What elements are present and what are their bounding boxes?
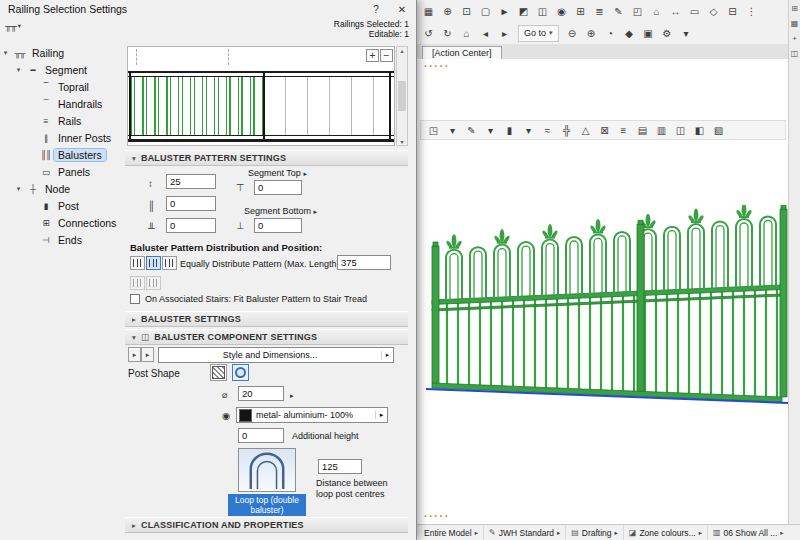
section-baluster-component-settings[interactable]: ▾ ◫ BALUSTER COMPONENT SETTINGS: [125, 329, 408, 345]
pen-dropdown-icon[interactable]: ▾: [482, 122, 499, 138]
additional-height-field[interactable]: [238, 428, 284, 443]
tree-item-toprail[interactable]: ‾‾ Toprail: [26, 78, 124, 95]
baluster-type-thumbnail[interactable]: [238, 448, 296, 492]
3d-style-icon[interactable]: ◇: [705, 3, 722, 19]
shade-icon[interactable]: ◧: [691, 122, 708, 138]
section-baluster-settings[interactable]: ▸ BALUSTER SETTINGS: [125, 311, 408, 327]
triangle-icon[interactable]: △: [577, 122, 594, 138]
distribution-option-1[interactable]: [130, 256, 145, 270]
align-icon[interactable]: ≡: [615, 122, 632, 138]
tree-item-inner-posts[interactable]: ∥ Inner Posts: [26, 129, 124, 146]
label-icon[interactable]: ▭: [686, 3, 703, 19]
redo-icon[interactable]: ↻: [439, 25, 456, 41]
detail-icon[interactable]: ▥: [653, 122, 670, 138]
sheet-icon[interactable]: ▤: [634, 122, 651, 138]
preview-scrollbar[interactable]: ▴ ▾: [396, 46, 408, 146]
segment-top-label[interactable]: Segment Top ▸: [248, 168, 307, 178]
diameter-menu-arrow[interactable]: ▸: [290, 389, 294, 400]
panel-add-icon[interactable]: +: [792, 34, 797, 43]
scroll-down-icon[interactable]: ▾: [400, 138, 403, 145]
loop-distance-field[interactable]: [318, 459, 362, 474]
dialog-title-bar[interactable]: Railing Selection Settings: [0, 0, 416, 18]
arrow-tool-icon[interactable]: ►: [496, 3, 513, 19]
go-to-dropdown[interactable]: Go to ▾: [518, 25, 559, 42]
wave-icon[interactable]: ≈: [539, 122, 556, 138]
model-views-icon[interactable]: ▦: [420, 3, 437, 19]
baluster-type-label[interactable]: Loop top (double baluster): [228, 494, 306, 516]
hatch-icon[interactable]: ╬: [558, 122, 575, 138]
next-view-icon[interactable]: ▸: [496, 25, 513, 41]
page-previous-button[interactable]: ▸: [128, 347, 141, 362]
walk-mode-icon[interactable]: ◆: [621, 25, 638, 41]
panel-grid-icon[interactable]: ⊞: [791, 4, 798, 13]
undo-icon[interactable]: ↺: [420, 25, 437, 41]
baluster-offset-field[interactable]: [166, 196, 216, 211]
camera-icon[interactable]: ◉: [553, 3, 570, 19]
tree-item-balusters[interactable]: ║║ Balusters: [26, 146, 124, 163]
post-shape-circle-button[interactable]: [232, 364, 249, 381]
section-baluster-pattern-settings[interactable]: ▾ BALUSTER PATTERN SETTINGS: [125, 150, 408, 166]
scrollbar-thumb[interactable]: [398, 81, 406, 111]
status-layer-combination[interactable]: ▤ Drafting ▸: [565, 525, 623, 540]
status-layout-book[interactable]: ▥ 06 Show All ... ▸: [707, 525, 789, 540]
diameter-field[interactable]: [238, 386, 284, 401]
window-tool-icon[interactable]: ◫: [672, 122, 689, 138]
tree-item-handrails[interactable]: ⌒ Handrails: [26, 95, 124, 112]
status-model-view-options[interactable]: ◪ Zone colours... ▸: [623, 525, 707, 540]
segment-bottom-label[interactable]: Segment Bottom ▸: [244, 206, 317, 216]
marquee-icon[interactable]: ▢: [477, 3, 494, 19]
previous-view-icon[interactable]: ◂: [477, 25, 494, 41]
tree-expand-arrow[interactable]: ▾: [0, 49, 11, 57]
tab-action-center[interactable]: [Action Center]: [422, 46, 502, 59]
tree-item-segment[interactable]: ▾ ━ Segment: [13, 61, 124, 78]
help-button[interactable]: ?: [364, 0, 388, 18]
tree-expand-arrow[interactable]: ▾: [13, 185, 24, 193]
status-entire-model[interactable]: Entire Model ▸: [416, 525, 483, 540]
distribution-option-3[interactable]: [162, 256, 177, 270]
segment-top-field[interactable]: [254, 180, 302, 195]
layers-icon[interactable]: ≣: [591, 3, 608, 19]
zoom-in-icon[interactable]: ⊕: [583, 25, 600, 41]
distribution-option-5[interactable]: [146, 276, 161, 290]
scroll-up-icon[interactable]: ▴: [400, 47, 403, 54]
favorites-button[interactable]: ╥╥ ▾: [5, 21, 21, 31]
panel-views-icon[interactable]: ▦: [791, 19, 799, 28]
zoom-icon[interactable]: ⊕: [439, 3, 456, 19]
distribution-option-4[interactable]: [130, 276, 145, 290]
distribution-option-2-selected[interactable]: [146, 256, 161, 270]
zoom-out-icon[interactable]: ⊖: [564, 25, 581, 41]
max-length-field[interactable]: [337, 255, 391, 270]
section-classification-properties[interactable]: ▸ CLASSIFICATION AND PROPERTIES: [125, 517, 408, 533]
pattern-icon[interactable]: ▧: [710, 122, 727, 138]
standard-view-icon[interactable]: ◳: [425, 122, 442, 138]
style-dimensions-dropdown[interactable]: Style and Dimensions... ▸: [158, 347, 394, 363]
publisher-icon[interactable]: ⊟: [724, 3, 741, 19]
tree-item-node[interactable]: ▾ ┼ Node: [13, 180, 124, 197]
fit-in-window-icon[interactable]: ⊡: [458, 3, 475, 19]
renovation-filter-icon[interactable]: ⌂: [648, 3, 665, 19]
grid-snap-icon[interactable]: ⊞: [572, 3, 589, 19]
pen-set-icon[interactable]: ✎: [463, 122, 480, 138]
panel-split-icon[interactable]: ◫: [791, 49, 799, 58]
pen-icon[interactable]: ✎: [610, 3, 627, 19]
orbit-icon[interactable]: ◔: [602, 25, 619, 41]
baluster-height-field[interactable]: [166, 174, 216, 189]
tree-item-panels[interactable]: ▭ Panels: [26, 163, 124, 180]
segment-bottom-field[interactable]: [254, 218, 302, 233]
tree-item-connections[interactable]: ⊞ Connections: [26, 214, 124, 231]
post-shape-square-button[interactable]: [210, 364, 227, 381]
preview-zoom-in-button[interactable]: +: [366, 49, 379, 62]
baluster-pattern-preview[interactable]: + −: [127, 46, 395, 146]
tree-item-post[interactable]: ▮ Post: [26, 197, 124, 214]
quick-options-icon[interactable]: ▾: [678, 25, 695, 41]
more-options-icon[interactable]: ⋮: [743, 3, 760, 19]
status-pen-set[interactable]: ✎ JWH Standard ▸: [483, 525, 565, 540]
trim-icon[interactable]: ⊠: [596, 122, 613, 138]
tree-expand-arrow[interactable]: ▾: [13, 66, 24, 74]
section-icon[interactable]: ◩: [515, 3, 532, 19]
tree-item-ends[interactable]: ⊣ Ends: [26, 231, 124, 248]
dimension-icon[interactable]: ↔: [667, 3, 684, 19]
home-view-icon[interactable]: ⌂: [458, 25, 475, 41]
layouts-icon[interactable]: ▣: [640, 25, 657, 41]
settings-icon[interactable]: ⚙: [659, 25, 676, 41]
